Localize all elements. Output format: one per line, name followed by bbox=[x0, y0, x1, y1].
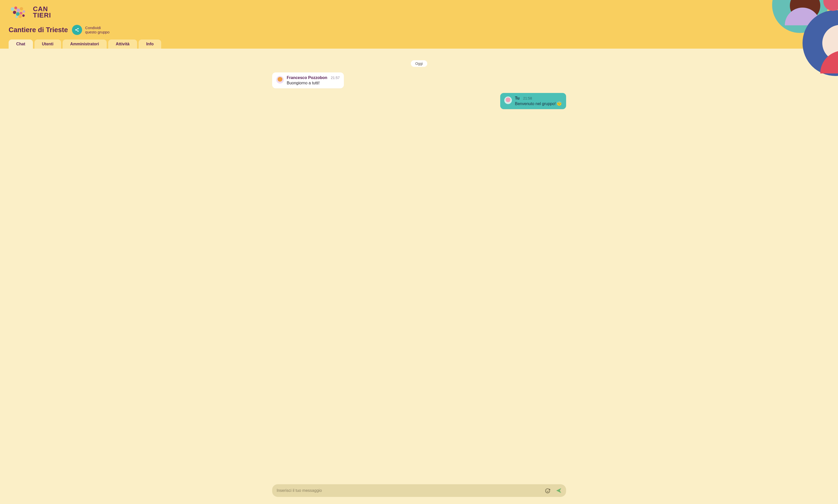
svg-point-3 bbox=[20, 7, 23, 11]
message-body: Tu21:58Benvenuto nel gruppo! 😇 bbox=[515, 96, 562, 106]
message-text: Buongiorno a tutti! bbox=[287, 81, 340, 85]
page-title: Cantiere di Trieste bbox=[8, 26, 68, 34]
message-row: Tu21:58Benvenuto nel gruppo! 😇 bbox=[272, 93, 566, 109]
send-button[interactable] bbox=[555, 486, 563, 495]
svg-point-7 bbox=[22, 11, 25, 13]
message-bubble: Tu21:58Benvenuto nel gruppo! 😇 bbox=[500, 93, 566, 109]
svg-point-1 bbox=[15, 6, 17, 10]
chat-area: Oggi Francesco Pozzobon21:57Buongiorno a… bbox=[0, 55, 838, 504]
emoji-icon bbox=[545, 488, 551, 493]
svg-point-8 bbox=[18, 15, 22, 18]
svg-point-10 bbox=[22, 15, 25, 17]
logo-cluster-icon bbox=[8, 5, 30, 19]
header: CAN TIERI Cantiere di Trieste Condividi … bbox=[0, 0, 838, 49]
avatar bbox=[504, 96, 512, 104]
message-author: Tu bbox=[515, 96, 520, 101]
message-time: 21:58 bbox=[523, 96, 532, 100]
message-input[interactable] bbox=[277, 488, 541, 493]
svg-line-14 bbox=[76, 29, 78, 30]
tab-chat[interactable]: Chat bbox=[8, 39, 33, 49]
tab-attività[interactable]: Attività bbox=[108, 39, 137, 49]
date-separator: Oggi bbox=[411, 60, 427, 67]
logo-row: CAN TIERI bbox=[8, 5, 830, 19]
messages-list: Oggi Francesco Pozzobon21:57Buongiorno a… bbox=[272, 55, 566, 484]
title-row: Cantiere di Trieste Condividi questo gru… bbox=[8, 25, 830, 35]
svg-point-9 bbox=[15, 16, 18, 18]
message-time: 21:57 bbox=[331, 76, 340, 80]
svg-point-0 bbox=[11, 7, 14, 11]
svg-point-23 bbox=[548, 490, 548, 491]
tab-amministratori[interactable]: Amministratori bbox=[63, 39, 107, 49]
share-label: Condividi questo gruppo bbox=[85, 25, 109, 34]
message-body: Francesco Pozzobon21:57Buongiorno a tutt… bbox=[287, 75, 340, 85]
send-icon bbox=[556, 487, 562, 494]
svg-point-22 bbox=[546, 490, 547, 491]
message-author: Francesco Pozzobon bbox=[287, 75, 327, 80]
svg-point-5 bbox=[16, 12, 19, 16]
svg-point-4 bbox=[13, 11, 16, 14]
share-icon bbox=[72, 25, 82, 35]
tabs: ChatUtentiAmministratoriAttivitàInfo bbox=[8, 39, 830, 49]
svg-line-15 bbox=[76, 30, 78, 31]
svg-point-6 bbox=[19, 12, 22, 15]
share-label-line1: Condividi bbox=[85, 25, 109, 30]
logo-text: CAN TIERI bbox=[33, 6, 51, 18]
message-row: Francesco Pozzobon21:57Buongiorno a tutt… bbox=[272, 72, 566, 88]
message-header: Francesco Pozzobon21:57 bbox=[287, 75, 340, 80]
message-composer bbox=[272, 484, 566, 497]
emoji-button[interactable] bbox=[544, 487, 552, 494]
share-group-button[interactable]: Condividi questo gruppo bbox=[72, 25, 109, 35]
logo-mark bbox=[8, 5, 30, 19]
avatar bbox=[276, 76, 284, 84]
message-header: Tu21:58 bbox=[515, 96, 562, 101]
tab-utenti[interactable]: Utenti bbox=[34, 39, 61, 49]
svg-point-2 bbox=[16, 8, 20, 12]
message-text: Benvenuto nel gruppo! 😇 bbox=[515, 101, 562, 106]
share-label-line2: questo gruppo bbox=[85, 30, 109, 34]
logo-line2: TIERI bbox=[33, 12, 51, 18]
message-bubble: Francesco Pozzobon21:57Buongiorno a tutt… bbox=[272, 72, 344, 88]
tab-info[interactable]: Info bbox=[139, 39, 161, 49]
